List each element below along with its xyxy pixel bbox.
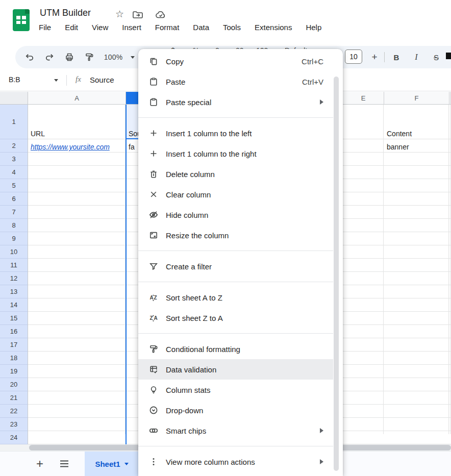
menu-item-paste[interactable]: PasteCtrl+V	[138, 71, 333, 92]
menu-item-drop-down[interactable]: Drop-down	[138, 400, 333, 420]
row-header-15[interactable]: 15	[0, 312, 28, 325]
all-sheets-button[interactable]	[56, 456, 72, 472]
paint-format-button[interactable]	[80, 46, 98, 68]
menu-divider	[138, 282, 333, 282]
menu-item-insert-1-column-to-the-right[interactable]: Insert 1 column to the right	[138, 143, 333, 164]
row-header-23[interactable]: 23	[0, 418, 28, 431]
column-header-e[interactable]: E	[343, 92, 384, 105]
menu-item-label: Data validation	[166, 365, 323, 374]
bold-button[interactable]: B	[388, 46, 405, 68]
menubar-item-insert[interactable]: Insert	[122, 23, 141, 32]
menu-item-conditional-formatting[interactable]: Conditional formatting	[138, 339, 333, 359]
menu-item-smart-chips[interactable]: Smart chips	[138, 420, 333, 441]
row-header-1[interactable]: 1	[0, 105, 28, 139]
menu-scrollbar[interactable]	[334, 77, 339, 471]
menubar-item-help[interactable]: Help	[306, 23, 321, 32]
menu-item-insert-1-column-to-the-left[interactable]: Insert 1 column to the left	[138, 123, 333, 143]
sheet-tab-caret-icon[interactable]	[124, 463, 129, 465]
move-folder-icon[interactable]	[132, 10, 143, 20]
grid-corner[interactable]	[0, 92, 28, 105]
row-header-11[interactable]: 11	[0, 259, 28, 272]
menu-item-hide-column[interactable]: Hide column	[138, 205, 333, 225]
menubar-item-tools[interactable]: Tools	[223, 23, 241, 32]
menubar-item-edit[interactable]: Edit	[65, 23, 78, 32]
row-header-5[interactable]: 5	[0, 179, 28, 192]
sort-za-icon: ZA	[148, 313, 159, 323]
document-title[interactable]: UTM Builder	[40, 8, 91, 18]
menu-item-resize-the-column[interactable]: Resize the column	[138, 225, 333, 245]
font-size-input[interactable]: 10	[345, 49, 362, 64]
zoom-caret-icon[interactable]	[129, 46, 137, 68]
row-header-16[interactable]: 16	[0, 325, 28, 338]
row-header-14[interactable]: 14	[0, 298, 28, 312]
row-header-7[interactable]: 7	[0, 206, 28, 219]
row-header-21[interactable]: 21	[0, 391, 28, 405]
menu-item-paste-special[interactable]: Paste special	[138, 92, 333, 112]
row-header-8[interactable]: 8	[0, 219, 28, 232]
menubar-item-extensions[interactable]: Extensions	[255, 23, 292, 32]
menu-item-data-validation[interactable]: Data validation	[138, 359, 333, 380]
strikethrough-button[interactable]: S	[428, 46, 445, 68]
cell-a1[interactable]: URL	[29, 105, 126, 139]
menubar-item-data[interactable]: Data	[193, 23, 209, 32]
name-box[interactable]: B:B	[9, 76, 20, 84]
undo-button[interactable]	[20, 46, 39, 68]
sheet-tab-sheet1[interactable]: Sheet1	[85, 452, 139, 476]
submenu-arrow-icon	[320, 99, 323, 105]
sort-az-icon: AZ	[148, 292, 159, 303]
cell-f2[interactable]: banner	[385, 140, 449, 152]
row-header-4[interactable]: 4	[0, 166, 28, 179]
data-validation-icon	[148, 364, 159, 374]
menu-item-label: Insert 1 column to the right	[166, 149, 323, 158]
zoom-control[interactable]: 100%	[100, 46, 127, 68]
row-header-22[interactable]: 22	[0, 405, 28, 418]
text-color-icon-fragment[interactable]	[446, 53, 451, 59]
menu-item-clear-column[interactable]: Clear column	[138, 184, 333, 205]
column-header-a[interactable]: A	[28, 92, 126, 105]
menu-item-label: Smart chips	[166, 427, 320, 435]
menubar-item-view[interactable]: View	[92, 23, 108, 32]
cell-f1[interactable]: Content	[385, 105, 449, 139]
star-icon[interactable]: ☆	[115, 8, 124, 20]
row-header-20[interactable]: 20	[0, 378, 28, 391]
menu-item-label: Conditional formatting	[166, 345, 323, 354]
increase-font-size-button[interactable]: +	[367, 46, 382, 68]
grid-column-g-sliver	[449, 105, 450, 434]
menu-item-sort-sheet-z-to-a[interactable]: ZASort sheet Z to A	[138, 308, 333, 328]
print-button[interactable]	[60, 46, 79, 68]
menu-item-view-more-column-actions[interactable]: View more column actions	[138, 452, 333, 472]
copy-icon	[148, 56, 159, 66]
menu-divider	[138, 117, 333, 118]
formula-input[interactable]: Source	[90, 76, 114, 84]
row-header-24[interactable]: 24	[0, 431, 28, 444]
menu-item-column-stats[interactable]: Column stats	[138, 380, 333, 400]
menu-item-delete-column[interactable]: Delete column	[138, 164, 333, 184]
row-header-19[interactable]: 19	[0, 365, 28, 378]
row-header-18[interactable]: 18	[0, 352, 28, 365]
cell-a2[interactable]: https://www.yoursite.com	[29, 140, 126, 152]
cloud-check-icon[interactable]	[155, 10, 167, 20]
menubar-item-format[interactable]: Format	[155, 23, 180, 32]
menubar-item-file[interactable]: File	[39, 23, 51, 32]
row-header-3[interactable]: 3	[0, 153, 28, 166]
row-header-2[interactable]: 2	[0, 139, 28, 153]
row-header-10[interactable]: 10	[0, 245, 28, 259]
add-sheet-button[interactable]: +	[32, 456, 48, 472]
row-header-13[interactable]: 13	[0, 285, 28, 298]
row-header-6[interactable]: 6	[0, 192, 28, 206]
row-header-9[interactable]: 9	[0, 232, 28, 245]
grid-column-e	[343, 105, 384, 434]
row-header-17[interactable]: 17	[0, 338, 28, 352]
menu-item-label: Column stats	[166, 386, 323, 394]
column-header-f[interactable]: F	[384, 92, 449, 105]
svg-text:A: A	[154, 315, 158, 321]
menu-item-sort-sheet-a-to-z[interactable]: AZSort sheet A to Z	[138, 287, 333, 308]
row-header-12[interactable]: 12	[0, 272, 28, 285]
sheets-logo-icon[interactable]	[13, 9, 30, 31]
dropdown-circle-icon	[148, 405, 159, 415]
italic-button[interactable]: I	[408, 46, 425, 68]
menu-item-create-a-filter[interactable]: Create a filter	[138, 256, 333, 277]
menu-item-copy[interactable]: CopyCtrl+C	[138, 51, 333, 71]
name-box-caret-icon[interactable]	[54, 79, 58, 82]
redo-button[interactable]	[40, 46, 59, 68]
